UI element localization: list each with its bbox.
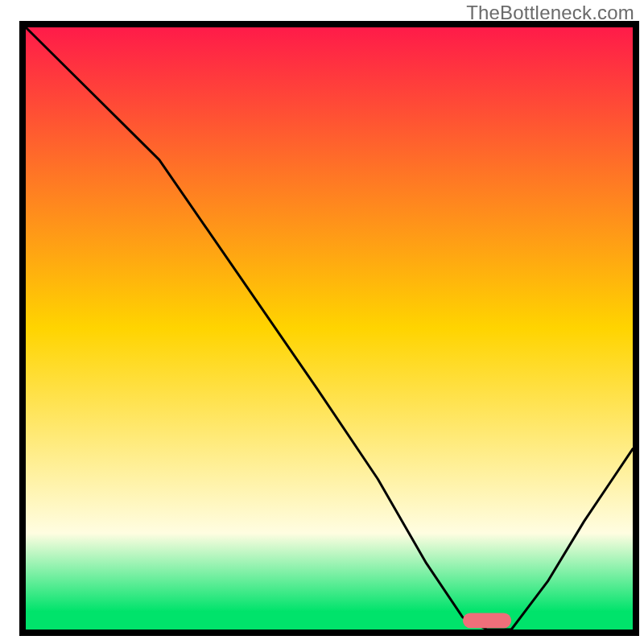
optimal-band — [26, 612, 633, 630]
bottleneck-chart — [0, 0, 644, 644]
optimal-marker — [463, 613, 511, 628]
plot-area — [23, 24, 636, 633]
